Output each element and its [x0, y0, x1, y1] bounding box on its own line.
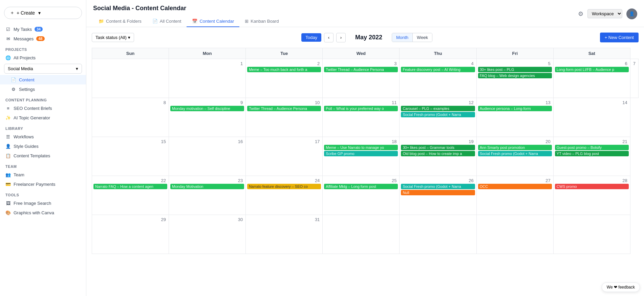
sidebar-item-style-guides[interactable]: 👤 Style Guides — [0, 141, 86, 151]
calendar-day-cell[interactable]: 6Long-form post LI/FB – Audience p — [553, 59, 630, 98]
calendar-day-cell[interactable] — [92, 59, 169, 98]
calendar-week-row: 22Narrato FAQ – How a content agen23Mond… — [92, 176, 639, 215]
calendar-event[interactable]: Monday motivation – Self discipline — [170, 106, 244, 111]
sidebar-item-seo-briefs[interactable]: ≡ SEO Content Briefs — [0, 103, 86, 113]
calendar-event[interactable]: Social Fresh promo (Godot + Narra — [478, 151, 552, 156]
calendar-day-cell[interactable]: 9Monday motivation – Self discipline — [169, 98, 246, 137]
calendar-event[interactable]: FAQ blog – Web design agencies — [478, 73, 552, 78]
calendar-day-cell[interactable]: 25Affiliate Mktg – Long form post — [323, 176, 400, 215]
calendar-day-cell[interactable]: 16 — [169, 137, 246, 176]
week-view-button[interactable]: Week — [413, 33, 432, 42]
month-view-button[interactable]: Month — [392, 33, 412, 42]
calendar-day-cell[interactable]: 26Social Fresh promo (Godot + NarraNull — [400, 176, 476, 215]
tab-all-content[interactable]: 📄 All Content — [147, 16, 187, 27]
day-number: 28 — [555, 177, 629, 184]
calendar-day-cell[interactable]: 23Monday Motivation — [169, 176, 246, 215]
calendar-event[interactable]: Affiliate Mktg – Long form post — [324, 184, 398, 189]
calendar-day-cell[interactable]: 1930+ likes post – Grammar toolsOld blog… — [400, 137, 476, 176]
calendar-day-cell[interactable]: 7 — [630, 59, 638, 98]
sidebar-item-ai-topic[interactable]: ✨ AI Topic Generator — [0, 113, 86, 122]
calendar-day-cell[interactable]: 20Ann Smarty post promotionSocial Fresh … — [476, 137, 553, 176]
calendar-day-cell[interactable]: 30 — [169, 215, 246, 254]
sidebar-item-settings[interactable]: ⚙ Settings — [0, 84, 86, 94]
calendar-day-cell[interactable]: 31 — [246, 215, 323, 254]
create-button[interactable]: ＋ + Create ▾ — [4, 7, 82, 19]
chevron-down-icon: ▾ — [38, 10, 41, 16]
workspace-select[interactable]: Workspace — [587, 9, 622, 18]
calendar-day-cell[interactable]: 1 — [169, 59, 246, 98]
calendar-day-cell[interactable]: 29 — [92, 215, 169, 254]
feedback-badge[interactable]: We ❤ feedback — [602, 282, 640, 292]
calendar-day-cell[interactable]: 3Twitter Thread – Audience Persona — [323, 59, 400, 98]
calendar-event[interactable]: Poll – What is your preferred way o — [324, 106, 398, 111]
sidebar-item-workflows[interactable]: ☰ Workflows — [0, 132, 86, 141]
calendar-day-cell[interactable] — [323, 215, 400, 254]
calendar-day-cell[interactable] — [476, 215, 553, 254]
calendar-event[interactable]: Audience persona – Long-form — [478, 106, 552, 111]
calendar-event[interactable]: 30+ likes post – PLG — [478, 67, 552, 72]
calendar-event[interactable]: Narrato feature discovery – SEO co — [247, 184, 321, 189]
project-select[interactable]: Social Media ▾ — [4, 64, 82, 74]
calendar-event[interactable]: Meme – Too much back and forth a — [247, 67, 321, 72]
prev-month-button[interactable]: ‹ — [324, 33, 334, 42]
sidebar-item-my-tasks[interactable]: ☑ My Tasks 34 — [0, 24, 86, 34]
calendar-event[interactable]: Twitter Thread – Audience Persona — [247, 106, 321, 111]
sidebar-item-all-projects[interactable]: 🌐 All Projects — [0, 53, 86, 62]
calendar-day-cell[interactable] — [400, 215, 476, 254]
day-header-fri: Fri — [476, 48, 553, 59]
calendar-event[interactable]: Old blog post – How to create imp a — [401, 151, 475, 156]
calendar-day-cell[interactable]: 10Twitter Thread – Audience Persona — [246, 98, 323, 137]
new-content-button[interactable]: + New Content — [600, 33, 639, 42]
calendar-event[interactable]: Null — [401, 190, 475, 195]
calendar-event[interactable]: Carousel – PLG – examples — [401, 106, 475, 111]
sidebar-item-free-image-search[interactable]: 🖼 Free Image Search — [0, 198, 86, 208]
calendar-day-cell[interactable]: 12Carousel – PLG – examplesSocial Fresh … — [400, 98, 476, 137]
calendar-event[interactable]: Scribe GP promo — [324, 151, 398, 156]
sidebar-item-content-templates[interactable]: 📋 Content Templates — [0, 151, 86, 160]
calendar-day-cell[interactable]: 17 — [246, 137, 323, 176]
calendar-day-cell[interactable]: 21Guest-post promo – BotsifyYT video – P… — [553, 137, 630, 176]
user-avatar[interactable]: 👤 — [626, 8, 637, 19]
task-status-filter[interactable]: Task status (All) ▾ — [92, 33, 134, 42]
calendar-event[interactable]: YT video – PLG blog post — [555, 151, 629, 156]
calendar-day-cell[interactable]: 530+ likes post – PLGFAQ blog – Web desi… — [476, 59, 553, 98]
sidebar-item-messages[interactable]: ✉ Messages 48 — [0, 34, 86, 43]
calendar-event[interactable]: Long-form post LI/FB – Audience p — [555, 67, 629, 72]
calendar-day-cell[interactable]: 18Meme – Use Narrato to manage yoScribe … — [323, 137, 400, 176]
calendar-event[interactable]: CWS promo — [555, 184, 629, 189]
sidebar-item-team[interactable]: 👥 Team — [0, 170, 86, 179]
sidebar-item-freelancer-payments[interactable]: 💳 Freelancer Payments — [0, 179, 86, 189]
tab-content-calendar[interactable]: 📅 Content Calendar — [187, 16, 239, 27]
calendar-event[interactable]: Guest-post promo – Botsify — [555, 145, 629, 150]
calendar-day-cell[interactable]: 15 — [92, 137, 169, 176]
calendar-day-cell[interactable]: 27OCC — [476, 176, 553, 215]
settings-gear-icon[interactable]: ⚙ — [578, 10, 583, 18]
sidebar-item-content[interactable]: 📄 Content — [0, 75, 86, 84]
today-button[interactable]: Today — [301, 33, 321, 42]
calendar-day-cell[interactable]: 4Feature discovery post – AI Writing — [400, 59, 476, 98]
sidebar-item-canva[interactable]: 🎨 Graphics with Canva — [0, 208, 86, 217]
calendar-event[interactable]: Monday Motivation — [170, 184, 244, 189]
calendar-day-cell[interactable]: 11Poll – What is your preferred way o — [323, 98, 400, 137]
calendar-day-cell[interactable]: 24Narrato feature discovery – SEO co — [246, 176, 323, 215]
calendar-event[interactable]: Ann Smarty post promotion — [478, 145, 552, 150]
calendar-event[interactable]: OCC — [478, 184, 552, 189]
calendar-event[interactable]: Feature discovery post – AI Writing — [401, 67, 475, 72]
calendar-day-cell[interactable]: 8 — [92, 98, 169, 137]
calendar-day-cell[interactable]: 13Audience persona – Long-form — [476, 98, 553, 137]
calendar-day-cell[interactable]: 14 — [553, 98, 630, 137]
next-month-button[interactable]: › — [336, 33, 346, 42]
calendar-event[interactable]: Twitter Thread – Audience Persona — [324, 67, 398, 72]
calendar-day-cell[interactable]: 22Narrato FAQ – How a content agen — [92, 176, 169, 215]
tab-content-folders[interactable]: 📁 Content & Folders — [93, 16, 147, 27]
calendar-event[interactable]: Narrato FAQ – How a content agen — [93, 184, 167, 189]
calendar-day-cell[interactable]: 28CWS promo — [553, 176, 630, 215]
calendar-day-cell[interactable]: 2Meme – Too much back and forth a — [246, 59, 323, 98]
day-number: 12 — [401, 99, 475, 106]
calendar-event[interactable]: Social Fresh promo (Godot + Narra — [401, 112, 475, 117]
calendar-event[interactable]: Meme – Use Narrato to manage yo — [324, 145, 398, 150]
calendar-day-cell[interactable] — [553, 215, 630, 254]
calendar-event[interactable]: 30+ likes post – Grammar tools — [401, 145, 475, 150]
calendar-event[interactable]: Social Fresh promo (Godot + Narra — [401, 184, 475, 189]
tab-kanban-board[interactable]: ⊞ Kanban Board — [239, 16, 284, 27]
